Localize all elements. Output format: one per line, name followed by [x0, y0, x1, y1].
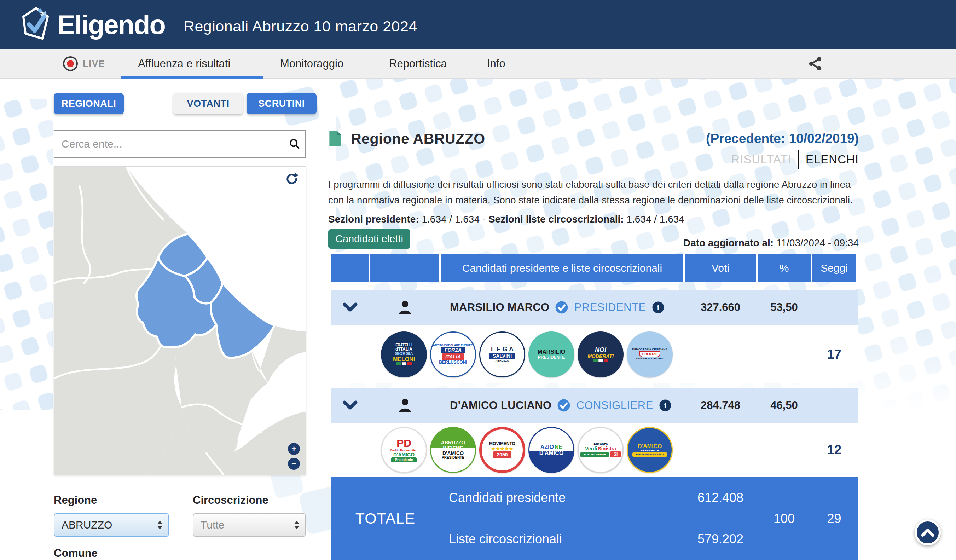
circoscrizione-select[interactable]: Tutte	[193, 513, 306, 537]
candidate-row-marsilio: MARSILIO MARCO PRESIDENTE i 327.660 53,5…	[332, 290, 859, 325]
map-refresh-icon[interactable]	[285, 171, 299, 188]
header-voti-col: Voti	[685, 254, 756, 282]
regione-select[interactable]: ABRUZZO	[54, 513, 169, 537]
totale-seats: 29	[812, 477, 856, 560]
tab-monitoraggio[interactable]: Monitoraggio	[280, 49, 343, 79]
header-chevron-col	[332, 254, 368, 282]
candidate-votes: 284.748	[685, 399, 756, 412]
candidate-percent: 46,50	[758, 399, 811, 412]
eligendo-logo-icon	[18, 6, 54, 43]
totale-liste-label: Liste circoscrizionali	[449, 532, 683, 547]
party-logo-dc[interactable]: DEMOCRAZIA CRISTIANALIBERTASUNIONE di CE…	[627, 332, 673, 378]
coalition-seats: 12	[812, 442, 856, 458]
party-logo-ai[interactable]: ABRUZZOINSIEMED'AMICOPRESIDENTE	[430, 427, 476, 473]
table-header-row: Candidati presidente e liste circoscrizi…	[332, 254, 859, 282]
disclaimer-text: I programmi di diffusione dei risultati …	[328, 177, 859, 208]
party-logo-avs[interactable]: AlleanzaVerdiSinistraEUROPA VERDESI	[577, 427, 624, 473]
totale-percent: 100	[758, 477, 811, 560]
view-toggle-separator	[798, 150, 799, 169]
tab-info[interactable]: Info	[487, 49, 505, 79]
view-toggle-elenchi[interactable]: ELENCHI	[806, 153, 859, 166]
party-logo-noimod[interactable]: NOIMODERATI	[577, 332, 624, 378]
header-pct-col: %	[758, 254, 811, 282]
regione-label: Regione	[54, 494, 97, 507]
header-seggi-col: Seggi	[812, 254, 856, 282]
header-candidates-col: Candidati presidente e liste circoscrizi…	[441, 254, 683, 282]
party-logos-group: PDPartito DemocraticoD'AMICOPresidenteAB…	[370, 427, 683, 473]
brand-title: Eligendo	[57, 9, 165, 40]
totale-label: TOTALE	[332, 477, 439, 560]
totale-presidenti-votes: 612.408	[697, 490, 744, 505]
select-arrows-icon	[157, 521, 163, 529]
page-title: Regione ABRUZZO	[351, 131, 485, 147]
svg-text:i: i	[657, 303, 659, 312]
info-icon[interactable]: i	[659, 399, 671, 412]
header-avatar-col	[370, 254, 439, 282]
italy-map-svg	[54, 167, 306, 475]
tab-reportistica[interactable]: Reportistica	[389, 49, 447, 79]
party-logos-group: FRATELLId'ITALIAGIORGIAMELONIPARTITO POP…	[370, 332, 683, 378]
party-logo-marsilio[interactable]: MARSILIOPRESIDENTE	[528, 332, 574, 378]
document-icon	[328, 130, 342, 148]
candidati-eletti-badge[interactable]: Candidati eletti	[328, 229, 410, 249]
candidate-name: D'AMICO LUCIANO	[450, 399, 551, 412]
party-logo-pd[interactable]: PDPartito DemocraticoD'AMICOPresidente	[381, 427, 427, 473]
votanti-button[interactable]: VOTANTI	[173, 93, 243, 114]
scrutini-button[interactable]: SCRUTINI	[247, 93, 316, 114]
totale-presidenti-label: Candidati presidente	[449, 490, 683, 505]
candidate-role: PRESIDENTE	[574, 301, 646, 314]
party-logo-fi[interactable]: PARTITO POPOLARE EUROPEOFORZAITALIABERLU…	[430, 332, 476, 378]
expand-chevron-icon[interactable]	[332, 302, 368, 312]
active-tab-underline	[121, 76, 263, 79]
search-input[interactable]	[55, 138, 284, 150]
page-subtitle: Regionali Abruzzo 10 marzo 2024	[184, 18, 417, 35]
party-logo-fdi[interactable]: FRATELLId'ITALIAGIORGIAMELONI	[381, 332, 427, 378]
data-updated-timestamp: Dato aggiornato al: 11/03/2024 - 09:34	[683, 238, 859, 249]
live-indicator: LIVE	[63, 56, 105, 71]
candidate-name: MARSILIO MARCO	[450, 301, 549, 314]
info-icon[interactable]: i	[652, 301, 665, 314]
party-logo-m2050[interactable]: MOVIMENTO★★★★★2050	[479, 427, 525, 473]
main-nav: LIVE Affluenza e risultati Monitoraggio …	[0, 49, 956, 79]
candidate-votes: 327.660	[685, 301, 756, 314]
regionali-button[interactable]: REGIONALI	[54, 93, 124, 114]
party-logos-row-damico: PDPartito DemocraticoD'AMICOPresidenteAB…	[332, 423, 859, 477]
elected-check-icon	[555, 301, 568, 314]
party-logo-azione[interactable]: AZIONED'AMICO	[528, 427, 574, 473]
comune-label: Comune	[54, 547, 97, 560]
eligendo-app: Eligendo Regionali Abruzzo 10 marzo 2024…	[0, 0, 956, 560]
share-icon[interactable]	[807, 56, 823, 71]
results-table: Candidati presidente e liste circoscrizi…	[332, 254, 859, 560]
elected-check-icon	[557, 399, 571, 412]
candidate-avatar-icon	[370, 299, 439, 316]
expand-chevron-icon[interactable]	[332, 400, 368, 411]
totale-row: TOTALE Candidati presidente Liste circos…	[332, 477, 859, 560]
previous-election-link[interactable]: (Precedente: 10/02/2019)	[706, 131, 859, 146]
view-toggle-risultati[interactable]: RISULTATI	[731, 153, 791, 166]
results-panel: Regione ABRUZZO (Precedente: 10/02/2019)…	[328, 127, 859, 560]
live-label: LIVE	[83, 59, 105, 69]
circoscrizione-select-value: Tutte	[201, 519, 224, 531]
coalition-seats: 17	[812, 347, 856, 362]
live-dot-icon	[63, 56, 78, 71]
region-map[interactable]: + −	[54, 166, 306, 475]
candidate-percent: 53,50	[758, 301, 811, 314]
map-zoom-in-button[interactable]: +	[288, 443, 300, 455]
candidate-role: CONSIGLIERE	[576, 399, 653, 412]
totale-liste-votes: 579.202	[697, 532, 744, 547]
background-pattern	[0, 99, 53, 411]
sezioni-status: Sezioni presidente: 1.634 / 1.634 - Sezi…	[328, 214, 859, 225]
map-zoom-out-button[interactable]: −	[288, 458, 300, 470]
select-arrows-icon	[294, 521, 300, 529]
search-icon[interactable]	[284, 138, 305, 150]
regione-select-value: ABRUZZO	[61, 519, 112, 531]
app-header: Eligendo Regionali Abruzzo 10 marzo 2024	[0, 0, 956, 49]
circoscrizione-label: Circoscrizione	[193, 494, 269, 507]
svg-text:i: i	[664, 401, 666, 410]
scroll-to-top-button[interactable]	[915, 519, 941, 546]
search-entity-box	[54, 130, 306, 158]
tab-affluenza-risultati[interactable]: Affluenza e risultati	[138, 49, 230, 79]
candidate-row-damico: D'AMICO LUCIANO CONSIGLIERE i 284.748 46…	[332, 388, 859, 423]
party-logo-drc[interactable]: D'AMICOPRESIDENTERIFORMISTI e CIVICI	[627, 427, 673, 473]
party-logo-lega[interactable]: L E G ASALVINIABRUZZO	[479, 332, 525, 378]
